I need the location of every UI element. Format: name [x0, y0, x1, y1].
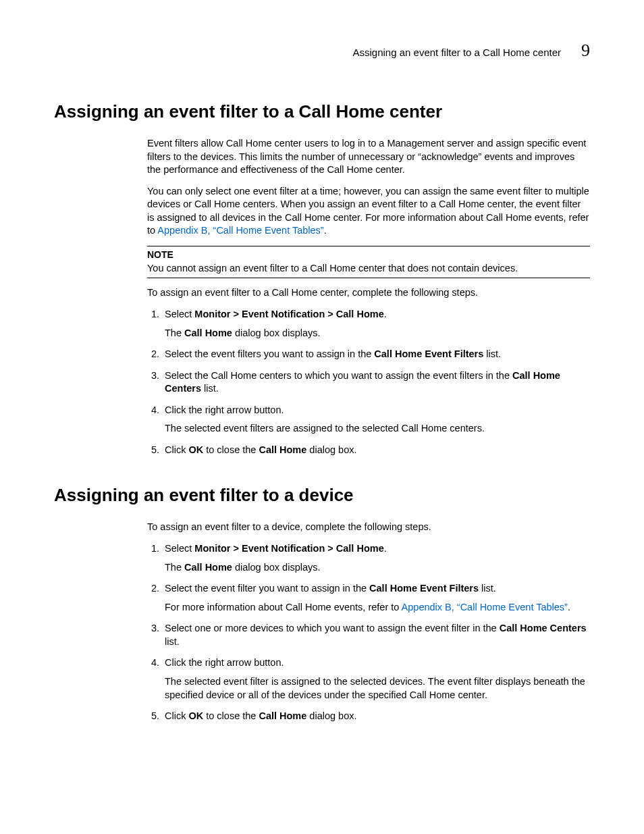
- section1-body: Event filters allow Call Home center use…: [147, 137, 590, 457]
- chapter-number: 9: [581, 41, 590, 61]
- para: You can only select one event filter at …: [147, 185, 590, 238]
- menu-path: Monitor > Event Notification > Call Home: [194, 543, 383, 554]
- text: Select: [165, 309, 194, 319]
- text: list.: [483, 348, 501, 359]
- text: Select the event filters you want to ass…: [165, 348, 374, 359]
- text: list.: [479, 583, 496, 594]
- note-block: NOTE You cannot assign an event filter t…: [147, 246, 590, 278]
- ui-term: Call Home: [184, 328, 232, 338]
- section-heading-2: Assigning an event filter to a device: [54, 485, 590, 506]
- ui-term: Call Home Event Filters: [369, 583, 479, 594]
- section-heading-1: Assigning an event filter to a Call Home…: [54, 101, 590, 122]
- link-appendix-b[interactable]: Appendix B, “Call Home Event Tables”: [157, 225, 323, 236]
- step: Select one or more devices to which you …: [162, 622, 590, 648]
- link-appendix-b[interactable]: Appendix B, “Call Home Event Tables”: [402, 602, 568, 613]
- step: Select the event filters you want to ass…: [162, 348, 590, 361]
- note-text: You cannot assign an event filter to a C…: [147, 262, 590, 276]
- note-label: NOTE: [147, 249, 590, 261]
- steps-list-2: Select Monitor > Event Notification > Ca…: [147, 542, 590, 723]
- text: dialog box.: [306, 444, 356, 455]
- step: Select the event filter you want to assi…: [162, 582, 590, 614]
- ui-term: Call Home: [259, 710, 306, 721]
- text: The: [165, 562, 184, 573]
- text: list.: [201, 383, 219, 394]
- text: Select the Call Home centers to which yo…: [165, 370, 512, 381]
- para: Event filters allow Call Home center use…: [147, 137, 590, 177]
- text: Select one or more devices to which you …: [165, 623, 500, 633]
- ui-term: Call Home: [184, 562, 232, 573]
- text: to close the: [203, 710, 259, 721]
- ui-term: OK: [188, 444, 203, 455]
- text: Select: [165, 543, 194, 554]
- ui-term: Call Home: [259, 444, 306, 455]
- step: Click OK to close the Call Home dialog b…: [162, 710, 590, 723]
- text: .: [384, 309, 387, 319]
- text: dialog box displays.: [232, 562, 321, 573]
- running-title: Assigning an event filter to a Call Home…: [353, 47, 562, 58]
- text: .: [384, 543, 387, 554]
- para: To assign an event filter to a Call Home…: [147, 286, 590, 300]
- text: Click the right arrow button.: [165, 405, 284, 415]
- step: Click the right arrow button. The select…: [162, 656, 590, 702]
- menu-path: Monitor > Event Notification > Call Home: [194, 309, 383, 319]
- text: Click: [165, 444, 188, 455]
- step: Click the right arrow button. The select…: [162, 404, 590, 436]
- text: Select the event filter you want to assi…: [165, 583, 369, 594]
- step: Click OK to close the Call Home dialog b…: [162, 444, 590, 457]
- step-sub: The Call Home dialog box displays.: [165, 561, 590, 575]
- text: The: [165, 328, 184, 338]
- text: .: [568, 602, 570, 613]
- text: Click the right arrow button.: [165, 657, 284, 668]
- section2-body: To assign an event filter to a device, c…: [147, 521, 590, 723]
- text: For more information about Call Home eve…: [165, 602, 402, 613]
- step-sub: The selected event filters are assigned …: [165, 422, 590, 436]
- text: dialog box displays.: [232, 328, 321, 338]
- step-sub: The selected event filter is assigned to…: [165, 675, 590, 702]
- text: list.: [165, 636, 180, 647]
- steps-list-1: Select Monitor > Event Notification > Ca…: [147, 308, 590, 457]
- text: to close the: [203, 444, 259, 455]
- step: Select Monitor > Event Notification > Ca…: [162, 308, 590, 340]
- page-header: Assigning an event filter to a Call Home…: [54, 41, 590, 61]
- section2: Assigning an event filter to a device To…: [54, 485, 590, 723]
- ui-term: OK: [188, 710, 203, 721]
- step-sub: For more information about Call Home eve…: [165, 601, 590, 615]
- text: Click: [165, 710, 188, 721]
- step-sub: The Call Home dialog box displays.: [165, 327, 590, 340]
- ui-term: Call Home Event Filters: [374, 348, 483, 359]
- text: dialog box.: [306, 710, 356, 721]
- para: To assign an event filter to a device, c…: [147, 521, 590, 534]
- step: Select Monitor > Event Notification > Ca…: [162, 542, 590, 574]
- ui-term: Call Home Centers: [500, 623, 587, 633]
- step: Select the Call Home centers to which yo…: [162, 369, 590, 396]
- page: Assigning an event filter to a Call Home…: [0, 0, 644, 834]
- text: .: [324, 225, 327, 236]
